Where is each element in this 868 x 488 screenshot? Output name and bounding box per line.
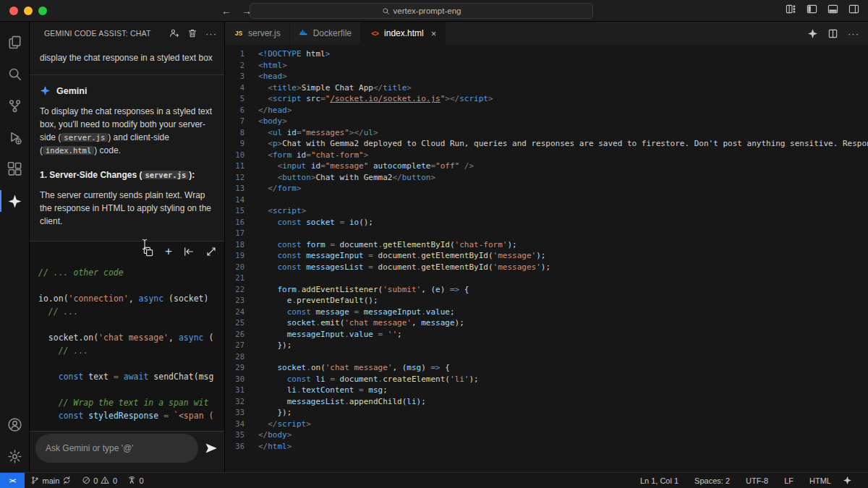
javascript-file-icon: JS (235, 30, 242, 37)
code-line-11[interactable]: 11 <input id="message" autocomplete="off… (225, 160, 868, 172)
editor-group: JSserver.jsDockerfile<>index.html× ··· 1… (224, 22, 868, 472)
line-number: 34 (225, 419, 258, 430)
code-line-16[interactable]: 16 const socket = io(); (225, 217, 868, 228)
code-block-toolbar: + (142, 246, 217, 257)
code-line-10[interactable]: 10 <form id="chat-form"> (225, 150, 868, 161)
code-line-9[interactable]: 9 <p>Chat with Gemma2 deployed to Cloud … (225, 138, 868, 150)
code-line-29[interactable]: 29 socket.on('chat message', (msg) => { (225, 362, 868, 374)
code-line-1[interactable]: 1<!DOCTYPE html> (225, 48, 868, 60)
gemini-chat-input[interactable]: Ask Gemini or type '@' (35, 434, 198, 463)
chat-code-line (38, 318, 224, 331)
indent-indicator[interactable]: Spaces: 2 (690, 476, 734, 485)
code-line-13[interactable]: 13 </form> (225, 183, 868, 194)
back-button[interactable]: ← (221, 3, 231, 19)
code-line-6[interactable]: 6</head> (225, 105, 868, 116)
code-line-34[interactable]: 34 </script> (225, 419, 868, 430)
code-line-20[interactable]: 20 const messagesList = document.getElem… (225, 262, 868, 273)
minimize-window-button[interactable] (24, 7, 33, 15)
language-indicator[interactable]: HTML (805, 476, 835, 485)
gemini-chat-panel: GEMINI CODE ASSIST: CHAT ··· display the… (29, 22, 224, 472)
gemini-status-icon[interactable] (843, 476, 852, 485)
split-editor-icon[interactable] (827, 28, 838, 39)
docker-whale-icon (299, 29, 308, 38)
code-line-15[interactable]: 15 <script> (225, 205, 868, 217)
insert-diff-icon[interactable] (183, 246, 195, 257)
more-actions-icon[interactable]: ··· (205, 28, 217, 39)
command-center-search[interactable]: vertex-prompt-eng (250, 3, 593, 19)
code-line-7[interactable]: 7<body> (225, 116, 868, 127)
code-line-17[interactable]: 17 (225, 228, 868, 239)
code-line-36[interactable]: 36</html> (225, 441, 868, 453)
problems-indicator[interactable]: 0 0 (77, 476, 122, 485)
activity-item-gemini[interactable] (0, 185, 29, 217)
line-number: 25 (225, 317, 258, 329)
tab-server.js[interactable]: JSserver.js (225, 22, 290, 45)
code-line-2[interactable]: 2<html> (225, 60, 868, 72)
run-debug-icon (7, 130, 22, 145)
activity-item-run-debug[interactable] (0, 121, 29, 153)
code-line-32[interactable]: 32 messagesList.appendChild(li); (225, 396, 868, 408)
history-nav: ← → (221, 3, 252, 19)
code-line-22[interactable]: 22 form.addEventListener('submit', (e) =… (225, 284, 868, 296)
close-tab-icon[interactable]: × (431, 28, 437, 39)
toggle-panel-icon[interactable] (827, 4, 838, 14)
extensions-icon (7, 162, 22, 177)
toggle-primary-sidebar-icon[interactable] (807, 4, 817, 14)
activity-item-accounts[interactable] (0, 408, 29, 440)
code-line-14[interactable]: 14 (225, 194, 868, 206)
line-number: 21 (225, 273, 258, 284)
chat-code-block: + // ... other code io.on('connection', … (30, 241, 224, 432)
customize-layout-icon[interactable] (786, 4, 796, 14)
code-line-5[interactable]: 5 <script src="/socket.io/socket.io.js">… (225, 93, 868, 105)
more-actions-icon[interactable]: ··· (848, 28, 859, 39)
chat-code-line: // Wrap the text in a span wit (38, 396, 224, 409)
broadcast-indicator[interactable]: 0 (123, 476, 148, 485)
code-line-12[interactable]: 12 <button>Chat with Gemma2</button> (225, 172, 868, 184)
code-line-8[interactable]: 8 <ul id="messages"></ul> (225, 127, 868, 139)
code-line-31[interactable]: 31 li.textContent = msg; (225, 385, 868, 396)
code-line-33[interactable]: 33 }); (225, 407, 868, 419)
line-number: 7 (225, 116, 258, 127)
code-editor[interactable]: 1<!DOCTYPE html>2<html>3<head>4 <title>S… (225, 45, 868, 472)
code-line-27[interactable]: 27 }); (225, 340, 868, 351)
activity-item-explorer[interactable] (0, 26, 29, 58)
code-line-28[interactable]: 28 (225, 351, 868, 363)
code-line-19[interactable]: 19 const messageInput = document.getElem… (225, 250, 868, 262)
text-cursor-pointer (140, 239, 150, 250)
code-line-26[interactable]: 26 messageInput.value = ''; (225, 329, 868, 341)
feedback-icon[interactable] (169, 28, 179, 38)
gemini-sparkle-icon[interactable] (807, 28, 818, 39)
cursor-position[interactable]: Ln 1, Col 1 (636, 476, 683, 485)
activity-item-extensions[interactable] (0, 153, 29, 185)
chat-input-row: Ask Gemini or type '@' (30, 432, 224, 472)
expand-icon[interactable] (205, 246, 217, 257)
encoding-indicator[interactable]: UTF-8 (741, 476, 773, 485)
search-icon (7, 67, 22, 82)
activity-item-source-control[interactable] (0, 90, 29, 121)
add-to-file-icon[interactable]: + (165, 246, 172, 257)
zoom-window-button[interactable] (38, 7, 47, 15)
toggle-secondary-sidebar-icon[interactable] (848, 4, 859, 14)
remote-button[interactable]: >< (0, 473, 25, 488)
clear-chat-icon[interactable] (187, 28, 197, 38)
code-line-24[interactable]: 24 const message = messageInput.value; (225, 307, 868, 318)
user-message: display the chat response in a styled te… (30, 45, 224, 75)
activity-item-search[interactable] (0, 58, 29, 90)
tab-index.html[interactable]: <>index.html× (361, 22, 446, 45)
tab-Dockerfile[interactable]: Dockerfile (290, 22, 361, 45)
code-line-4[interactable]: 4 <title>Simple Chat App</title> (225, 82, 868, 94)
code-line-18[interactable]: 18 const form = document.getElementById(… (225, 239, 868, 251)
code-line-35[interactable]: 35</body> (225, 429, 868, 441)
close-window-button[interactable] (9, 7, 18, 15)
code-line-21[interactable]: 21 (225, 273, 868, 284)
code-line-30[interactable]: 30 const li = document.createElement('li… (225, 374, 868, 385)
code-line-25[interactable]: 25 socket.emit('chat message', message); (225, 317, 868, 329)
code-line-3[interactable]: 3<head> (225, 71, 868, 82)
line-number: 10 (225, 150, 258, 161)
eol-indicator[interactable]: LF (780, 476, 798, 485)
line-number: 1 (225, 48, 258, 60)
send-button[interactable] (204, 441, 218, 455)
code-line-23[interactable]: 23 e.preventDefault(); (225, 295, 868, 307)
activity-item-settings[interactable] (0, 440, 29, 472)
branch-indicator[interactable]: main (26, 476, 76, 485)
